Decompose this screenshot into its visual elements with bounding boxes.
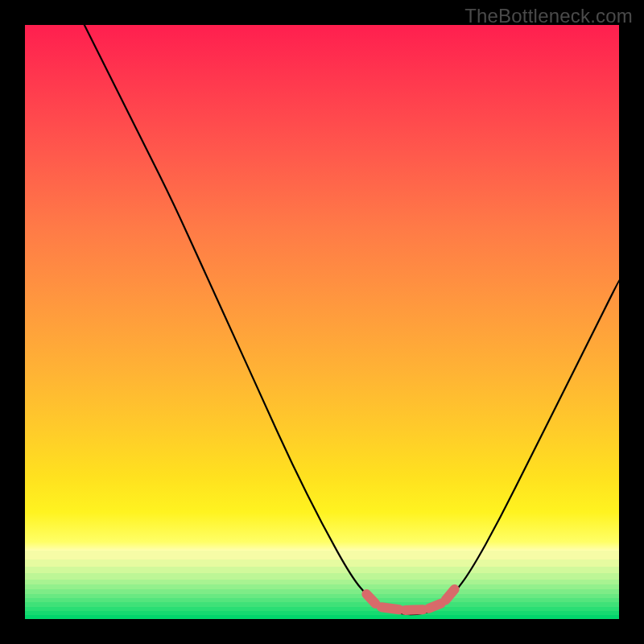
flat-marker-segment <box>382 607 399 609</box>
flat-marker-segment <box>446 589 455 600</box>
flat-marker-segment <box>405 609 423 610</box>
watermark-text: TheBottleneck.com <box>464 5 633 27</box>
flat-bottom-markers <box>366 589 454 610</box>
plot-svg <box>25 25 619 619</box>
plot-area <box>25 25 619 619</box>
flat-marker-segment <box>429 604 441 609</box>
bottleneck-curve <box>85 25 619 614</box>
flat-marker-segment <box>366 594 375 604</box>
chart-frame: TheBottleneck.com <box>0 0 644 644</box>
